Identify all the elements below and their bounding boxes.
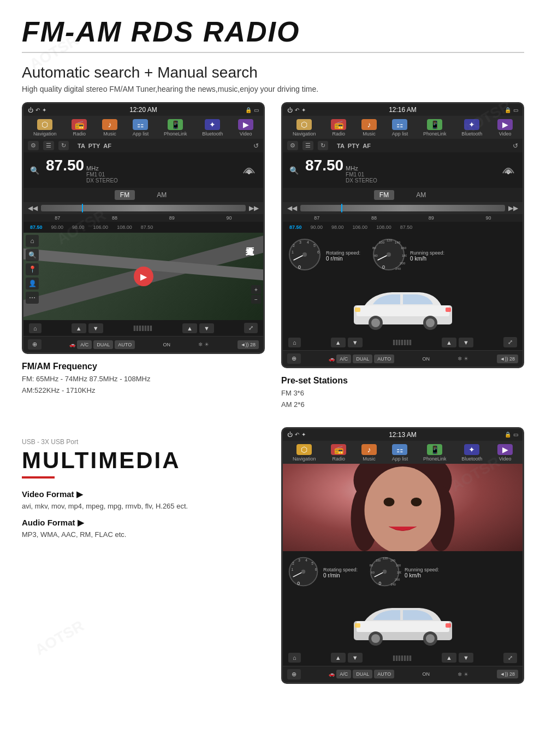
nav-back-btn[interactable]: ⌂	[29, 323, 41, 333]
preset-6-2[interactable]: 87.50	[398, 224, 415, 231]
nav-down-btn-2[interactable]: ▼	[348, 338, 363, 347]
list-icon[interactable]: ☰	[43, 141, 54, 150]
nav-up4-btn[interactable]: ▲	[442, 653, 456, 663]
nav-back-btn-2[interactable]: ⌂	[288, 338, 301, 347]
radio-tags: TA PTY AF	[78, 143, 111, 149]
nav-phonelink-2[interactable]: 📱 PhoneLink	[423, 119, 447, 137]
page-title: FM-AM RDS RADIO	[22, 16, 524, 48]
ac-btn[interactable]: A/C	[77, 340, 92, 349]
am-tab-1[interactable]: AM	[151, 190, 172, 200]
nav-music-3[interactable]: ♪ Music	[361, 444, 377, 462]
svg-text:0: 0	[298, 264, 301, 270]
volume-btn-3[interactable]: ◄)) 28	[497, 670, 518, 678]
map-person-btn[interactable]: 👤	[26, 277, 39, 290]
tuner-prev-1[interactable]: ◀◀	[28, 204, 38, 212]
map-more-btn[interactable]: ⋯	[26, 292, 39, 304]
nav-down-btn-3[interactable]: ▼	[348, 653, 363, 663]
nav-down-btn[interactable]: ▼	[88, 323, 103, 333]
map-pin-btn[interactable]: 📍	[26, 263, 39, 275]
volume-btn-2[interactable]: ◄)) 28	[497, 355, 518, 363]
preset-4-2[interactable]: 106.00	[351, 224, 370, 231]
nav-music-2[interactable]: ♪ Music	[361, 119, 377, 137]
climate-back-btn-3[interactable]: ⊕	[287, 669, 301, 680]
nav-applist-2[interactable]: ⚏ App list	[392, 119, 408, 137]
tuner-prev-2[interactable]: ◀◀	[287, 204, 297, 212]
nav-bluetooth-1[interactable]: ✦ Bluetooth	[202, 119, 223, 137]
nav-up-btn-3[interactable]: ▲	[331, 653, 346, 663]
preset-5-1[interactable]: 108.00	[115, 224, 134, 231]
nav-music-1[interactable]: ♪ Music	[102, 119, 117, 137]
tuner-track-2[interactable]	[300, 205, 505, 211]
svg-text:5: 5	[311, 561, 313, 565]
preset-3-2[interactable]: 98.00	[329, 224, 346, 231]
nav-phonelink-1[interactable]: 📱 PhoneLink	[164, 119, 187, 137]
refresh-icon-2[interactable]: ↻	[318, 141, 328, 150]
am-tab-2[interactable]: AM	[411, 190, 431, 200]
settings-icon: ✦	[42, 107, 46, 113]
nav-video-1[interactable]: ▶ Video	[238, 119, 253, 137]
nav-expand-btn-2[interactable]: ⤢	[503, 337, 517, 347]
map-play-btn[interactable]: ▶	[134, 267, 153, 286]
climate-back-btn-2[interactable]: ⊕	[287, 353, 301, 364]
fm-tab-1[interactable]: FM	[115, 190, 135, 200]
dual-btn-2[interactable]: DUAL	[353, 355, 372, 363]
nav-applist-3[interactable]: ⚏ App list	[392, 444, 408, 462]
reset-btn-2[interactable]: ↺	[513, 142, 518, 150]
climate-bar-3: ⊕ 🚗 A/C DUAL AUTO ON ❄ ☀ ◄)) 28	[283, 666, 523, 682]
tuner-track-1[interactable]	[41, 205, 246, 211]
climate-back-btn[interactable]: ⊕	[28, 339, 41, 350]
tuner-icon[interactable]: ⚙	[28, 141, 39, 150]
reset-btn[interactable]: ↺	[253, 142, 259, 150]
nav-expand-btn[interactable]: ⤢	[244, 323, 258, 333]
dual-btn[interactable]: DUAL	[93, 340, 113, 349]
preset-3-1[interactable]: 98.00	[70, 224, 87, 231]
auto-btn-2[interactable]: AUTO	[374, 355, 394, 363]
nav-expand-btn-3[interactable]: ⤢	[503, 653, 517, 663]
screen1-col: ⏻ ↶ ✦ 12:20 AM 🔒 ▭ ⬡ Navigation 📻 R	[22, 102, 265, 416]
nav-up2-btn[interactable]: ▲	[182, 323, 197, 333]
list-icon-2[interactable]: ☰	[302, 141, 313, 150]
nav-applist-1[interactable]: ⚏ App list	[133, 119, 149, 137]
status-icons-right-3: 🔒 ▭	[505, 432, 518, 438]
nav-up3-btn[interactable]: ▲	[442, 338, 456, 347]
nav-phonelink-3[interactable]: 📱 PhoneLink	[423, 444, 447, 462]
map-home-btn[interactable]: ⌂	[26, 235, 39, 247]
nav-bluetooth-2[interactable]: ✦ Bluetooth	[461, 119, 482, 137]
map-zoom-out[interactable]: −	[251, 295, 261, 304]
auto-btn[interactable]: AUTO	[115, 340, 135, 349]
preset-2-1[interactable]: 90.00	[49, 224, 66, 231]
map-zoom-in[interactable]: +	[251, 285, 261, 294]
map-search-btn[interactable]: 🔍	[26, 249, 39, 261]
nav-up-btn-2[interactable]: ▲	[331, 338, 346, 347]
ac-btn-3[interactable]: A/C	[336, 670, 351, 678]
volume-btn[interactable]: ◄)) 28	[238, 340, 259, 349]
nav-navigation-1[interactable]: ⬡ Navigation	[33, 119, 57, 137]
preset-1-2[interactable]: 87.50	[287, 224, 304, 231]
nav-down2-btn[interactable]: ▼	[199, 323, 214, 333]
ac-btn-2[interactable]: A/C	[336, 355, 351, 363]
preset-1-1[interactable]: 87.50	[28, 224, 45, 231]
nav-navigation-2[interactable]: ⬡ Navigation	[293, 119, 316, 137]
nav-radio-3[interactable]: 📻 Radio	[331, 444, 346, 462]
nav-video-3[interactable]: ▶ Video	[497, 444, 513, 462]
refresh-icon[interactable]: ↻	[58, 141, 69, 150]
nav-back-btn-3[interactable]: ⌂	[288, 653, 301, 663]
tuner-next-2[interactable]: ▶▶	[508, 204, 518, 212]
nav-radio-2[interactable]: 📻 Radio	[331, 119, 346, 137]
auto-btn-3[interactable]: AUTO	[374, 670, 394, 678]
fm-tab-2[interactable]: FM	[374, 190, 394, 200]
nav-down3-btn[interactable]: ▼	[459, 338, 473, 347]
nav-up-btn[interactable]: ▲	[72, 323, 86, 333]
nav-navigation-3[interactable]: ⬡ Navigation	[293, 444, 316, 462]
preset-2-2[interactable]: 90.00	[308, 224, 325, 231]
nav-video-2[interactable]: ▶ Video	[497, 119, 513, 137]
preset-5-2[interactable]: 108.00	[374, 224, 394, 231]
nav-bluetooth-3[interactable]: ✦ Bluetooth	[461, 444, 482, 462]
dual-btn-3[interactable]: DUAL	[353, 670, 372, 678]
tuner-next-1[interactable]: ▶▶	[249, 204, 259, 212]
preset-4-1[interactable]: 106.00	[91, 224, 111, 231]
preset-6-1[interactable]: 87.50	[139, 224, 156, 231]
nav-down4-btn[interactable]: ▼	[459, 653, 473, 663]
tuner-icon-2[interactable]: ⚙	[287, 141, 298, 150]
nav-radio-1[interactable]: 📻 Radio	[72, 119, 87, 137]
